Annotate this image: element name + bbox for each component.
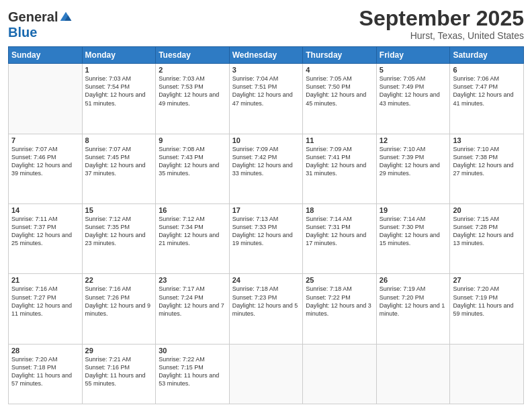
day-info: Sunrise: 7:08 AMSunset: 7:43 PMDaylight:… xyxy=(159,145,226,178)
day-info: Sunrise: 7:19 AMSunset: 7:20 PMDaylight:… xyxy=(380,285,447,318)
day-number: 24 xyxy=(232,276,300,284)
day-number: 2 xyxy=(159,66,226,74)
table-row: 4Sunrise: 7:05 AMSunset: 7:50 PMDaylight… xyxy=(303,64,377,134)
day-info: Sunrise: 7:09 AMSunset: 7:41 PMDaylight:… xyxy=(306,145,373,178)
table-row: 19Sunrise: 7:14 AMSunset: 7:30 PMDayligh… xyxy=(376,204,450,274)
day-info: Sunrise: 7:22 AMSunset: 7:15 PMDaylight:… xyxy=(159,355,226,388)
location: Hurst, Texas, United States xyxy=(359,30,524,41)
table-row: 9Sunrise: 7:08 AMSunset: 7:43 PMDaylight… xyxy=(156,134,230,203)
table-row: 24Sunrise: 7:18 AMSunset: 7:23 PMDayligh… xyxy=(229,274,303,344)
header-monday: Monday xyxy=(82,47,156,64)
day-info: Sunrise: 7:05 AMSunset: 7:49 PMDaylight:… xyxy=(380,75,447,107)
table-row: 25Sunrise: 7:18 AMSunset: 7:22 PMDayligh… xyxy=(303,274,377,344)
table-row: 28Sunrise: 7:20 AMSunset: 7:18 PMDayligh… xyxy=(9,344,83,404)
day-number: 19 xyxy=(380,206,447,214)
day-number: 29 xyxy=(85,347,153,355)
day-info: Sunrise: 7:07 AMSunset: 7:45 PMDaylight:… xyxy=(85,145,153,178)
table-row: 1Sunrise: 7:03 AMSunset: 7:54 PMDaylight… xyxy=(82,64,156,134)
table-row: 29Sunrise: 7:21 AMSunset: 7:16 PMDayligh… xyxy=(82,344,156,404)
logo: General Blue xyxy=(8,9,73,40)
day-number: 3 xyxy=(232,66,300,74)
day-info: Sunrise: 7:03 AMSunset: 7:53 PMDaylight:… xyxy=(159,75,226,107)
day-number: 9 xyxy=(159,136,226,144)
header: General Blue September 2025 Hurst, Texas… xyxy=(8,7,524,41)
table-row xyxy=(303,344,377,404)
day-number: 26 xyxy=(380,276,447,284)
month-title: September 2025 xyxy=(359,7,524,30)
table-row: 13Sunrise: 7:10 AMSunset: 7:38 PMDayligh… xyxy=(450,134,524,203)
day-number: 1 xyxy=(85,66,153,74)
table-row: 30Sunrise: 7:22 AMSunset: 7:15 PMDayligh… xyxy=(156,344,230,404)
header-sunday: Sunday xyxy=(9,47,83,64)
table-row: 20Sunrise: 7:15 AMSunset: 7:28 PMDayligh… xyxy=(450,204,524,274)
day-info: Sunrise: 7:06 AMSunset: 7:47 PMDaylight:… xyxy=(453,75,521,107)
table-row: 26Sunrise: 7:19 AMSunset: 7:20 PMDayligh… xyxy=(376,274,450,344)
table-row: 6Sunrise: 7:06 AMSunset: 7:47 PMDaylight… xyxy=(450,64,524,134)
day-number: 18 xyxy=(306,206,373,214)
day-info: Sunrise: 7:20 AMSunset: 7:19 PMDaylight:… xyxy=(453,285,521,318)
day-number: 27 xyxy=(453,276,521,284)
logo-icon xyxy=(59,11,73,24)
day-info: Sunrise: 7:11 AMSunset: 7:37 PMDaylight:… xyxy=(11,215,79,248)
logo-blue-text: Blue xyxy=(8,25,37,40)
calendar-header-row: Sunday Monday Tuesday Wednesday Thursday… xyxy=(9,47,524,64)
header-wednesday: Wednesday xyxy=(229,47,303,64)
day-number: 6 xyxy=(453,66,521,74)
day-info: Sunrise: 7:04 AMSunset: 7:51 PMDaylight:… xyxy=(232,75,300,107)
day-info: Sunrise: 7:14 AMSunset: 7:30 PMDaylight:… xyxy=(380,215,447,248)
day-info: Sunrise: 7:16 AMSunset: 7:26 PMDaylight:… xyxy=(85,285,153,318)
header-thursday: Thursday xyxy=(303,47,377,64)
day-info: Sunrise: 7:12 AMSunset: 7:34 PMDaylight:… xyxy=(159,215,226,248)
table-row: 15Sunrise: 7:12 AMSunset: 7:35 PMDayligh… xyxy=(82,204,156,274)
day-info: Sunrise: 7:14 AMSunset: 7:31 PMDaylight:… xyxy=(306,215,373,248)
day-number: 4 xyxy=(306,66,373,74)
day-number: 14 xyxy=(11,206,79,214)
table-row: 10Sunrise: 7:09 AMSunset: 7:42 PMDayligh… xyxy=(229,134,303,203)
table-row: 12Sunrise: 7:10 AMSunset: 7:39 PMDayligh… xyxy=(376,134,450,203)
page-container: General Blue September 2025 Hurst, Texas… xyxy=(0,0,532,411)
day-info: Sunrise: 7:10 AMSunset: 7:38 PMDaylight:… xyxy=(453,145,521,178)
day-info: Sunrise: 7:21 AMSunset: 7:16 PMDaylight:… xyxy=(85,355,153,388)
day-info: Sunrise: 7:13 AMSunset: 7:33 PMDaylight:… xyxy=(232,215,300,248)
table-row: 2Sunrise: 7:03 AMSunset: 7:53 PMDaylight… xyxy=(156,64,230,134)
header-saturday: Saturday xyxy=(450,47,524,64)
table-row: 21Sunrise: 7:16 AMSunset: 7:27 PMDayligh… xyxy=(9,274,83,344)
day-number: 17 xyxy=(232,206,300,214)
day-info: Sunrise: 7:05 AMSunset: 7:50 PMDaylight:… xyxy=(306,75,373,107)
table-row xyxy=(229,344,303,404)
day-info: Sunrise: 7:17 AMSunset: 7:24 PMDaylight:… xyxy=(159,285,226,318)
day-number: 20 xyxy=(453,206,521,214)
table-row: 22Sunrise: 7:16 AMSunset: 7:26 PMDayligh… xyxy=(82,274,156,344)
header-friday: Friday xyxy=(376,47,450,64)
logo-general-text: General xyxy=(8,9,58,25)
header-tuesday: Tuesday xyxy=(156,47,230,64)
day-number: 30 xyxy=(159,347,226,355)
day-number: 11 xyxy=(306,136,373,144)
day-number: 23 xyxy=(159,276,226,284)
table-row: 14Sunrise: 7:11 AMSunset: 7:37 PMDayligh… xyxy=(9,204,83,274)
day-number: 12 xyxy=(380,136,447,144)
table-row: 27Sunrise: 7:20 AMSunset: 7:19 PMDayligh… xyxy=(450,274,524,344)
day-number: 5 xyxy=(380,66,447,74)
day-info: Sunrise: 7:15 AMSunset: 7:28 PMDaylight:… xyxy=(453,215,521,248)
table-row: 3Sunrise: 7:04 AMSunset: 7:51 PMDaylight… xyxy=(229,64,303,134)
day-number: 8 xyxy=(85,136,153,144)
day-info: Sunrise: 7:18 AMSunset: 7:22 PMDaylight:… xyxy=(306,285,373,318)
day-info: Sunrise: 7:16 AMSunset: 7:27 PMDaylight:… xyxy=(11,285,79,318)
day-info: Sunrise: 7:18 AMSunset: 7:23 PMDaylight:… xyxy=(232,285,300,318)
table-row xyxy=(9,64,83,134)
title-area: September 2025 Hurst, Texas, United Stat… xyxy=(359,7,524,41)
day-number: 25 xyxy=(306,276,373,284)
day-info: Sunrise: 7:20 AMSunset: 7:18 PMDaylight:… xyxy=(11,355,79,388)
calendar-table: Sunday Monday Tuesday Wednesday Thursday… xyxy=(8,46,524,404)
day-info: Sunrise: 7:12 AMSunset: 7:35 PMDaylight:… xyxy=(85,215,153,248)
table-row xyxy=(450,344,524,404)
table-row: 11Sunrise: 7:09 AMSunset: 7:41 PMDayligh… xyxy=(303,134,377,203)
table-row: 5Sunrise: 7:05 AMSunset: 7:49 PMDaylight… xyxy=(376,64,450,134)
table-row: 23Sunrise: 7:17 AMSunset: 7:24 PMDayligh… xyxy=(156,274,230,344)
day-info: Sunrise: 7:10 AMSunset: 7:39 PMDaylight:… xyxy=(380,145,447,178)
day-number: 16 xyxy=(159,206,226,214)
table-row: 17Sunrise: 7:13 AMSunset: 7:33 PMDayligh… xyxy=(229,204,303,274)
day-info: Sunrise: 7:03 AMSunset: 7:54 PMDaylight:… xyxy=(85,75,153,107)
table-row: 18Sunrise: 7:14 AMSunset: 7:31 PMDayligh… xyxy=(303,204,377,274)
